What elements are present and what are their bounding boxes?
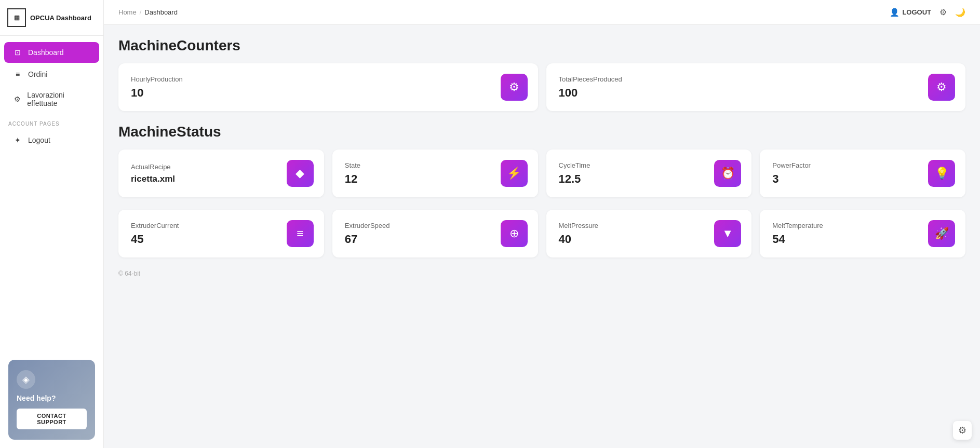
card-state: State 12 ⚡: [332, 150, 538, 197]
sidebar-logo-text: OPCUA Dashboard: [30, 14, 91, 22]
card-total-pieces: TotalPiecesProduced 100 ⚙: [546, 63, 966, 111]
breadcrumb-separator: /: [140, 8, 142, 16]
card-icon-melt-temperature: 🚀: [928, 220, 955, 247]
sidebar-item-lavorazioni[interactable]: ⚙ Lavorazioni effettuate: [4, 86, 99, 113]
card-label: MeltTemperature: [772, 222, 823, 229]
theme-toggle-icon[interactable]: 🌙: [955, 7, 965, 17]
breadcrumb-current: Dashboard: [144, 8, 178, 16]
machine-counters-grid: HourlyProduction 10 ⚙ TotalPiecesProduce…: [118, 63, 965, 111]
card-value: 10: [131, 86, 183, 100]
card-label: ActualRecipe: [131, 163, 175, 171]
card-icon-hourly: ⚙: [501, 74, 528, 101]
card-value: 12: [345, 172, 360, 186]
card-melt-pressure: MeltPressure 40 ▼: [546, 210, 752, 257]
card-extruder-speed: ExtruderSpeed 67 ⊕: [332, 210, 538, 257]
topbar: Home / Dashboard 👤 LOGOUT ⚙ 🌙: [104, 0, 980, 25]
card-label: State: [345, 161, 360, 169]
card-icon-recipe: ◆: [287, 160, 314, 187]
machine-counters-title: MachineCounters: [118, 37, 965, 54]
footer-copyright: © 64-bit: [118, 270, 965, 277]
settings-icon[interactable]: ⚙: [939, 7, 947, 17]
logout-label: LOGOUT: [902, 8, 931, 16]
card-label: ExtruderCurrent: [131, 222, 179, 229]
sidebar-item-label: Ordini: [28, 70, 47, 78]
sidebar-nav: ⊡ Dashboard ≡ Ordini ⚙ Lavorazioni effet…: [0, 36, 103, 351]
card-value: 12.5: [559, 172, 590, 186]
logo-icon: ⊞: [7, 8, 26, 27]
sidebar-logo: ⊞ OPCUA Dashboard: [0, 0, 103, 36]
help-box: ◈ Need help? CONTACT SUPPORT: [8, 360, 95, 440]
card-icon-power-factor: 💡: [928, 160, 955, 187]
account-section-label: ACCOUNT PAGES: [0, 114, 103, 129]
card-icon-cycle-time: ⏰: [714, 160, 741, 187]
sidebar-item-dashboard[interactable]: ⊡ Dashboard: [4, 42, 99, 63]
card-icon-extruder-speed: ⊕: [501, 220, 528, 247]
sidebar: ⊞ OPCUA Dashboard ⊡ Dashboard ≡ Ordini ⚙…: [0, 0, 104, 448]
card-icon-melt-pressure: ▼: [714, 220, 741, 247]
card-label: ExtruderSpeed: [345, 222, 390, 229]
sidebar-item-logout[interactable]: ✦ Logout: [4, 130, 99, 151]
card-melt-temperature: MeltTemperature 54 🚀: [760, 210, 965, 257]
card-hourly-production: HourlyProduction 10 ⚙: [118, 63, 538, 111]
help-icon: ◈: [17, 370, 35, 389]
card-label: HourlyProduction: [131, 75, 183, 83]
card-value: 54: [772, 233, 823, 246]
content-area: MachineCounters HourlyProduction 10 ⚙ To…: [104, 25, 980, 290]
logout-button[interactable]: 👤 LOGOUT: [890, 8, 931, 17]
card-value: 40: [559, 233, 599, 246]
ordini-icon: ≡: [12, 69, 23, 79]
card-value: ricetta.xml: [131, 174, 175, 184]
lavorazioni-icon: ⚙: [12, 94, 22, 104]
card-label: PowerFactor: [772, 161, 811, 169]
logo-symbol: ⊞: [14, 14, 20, 22]
main-content: Home / Dashboard 👤 LOGOUT ⚙ 🌙 MachineCou…: [104, 0, 980, 448]
card-icon-state: ⚡: [501, 160, 528, 187]
card-actual-recipe: ActualRecipe ricetta.xml ◆: [118, 150, 324, 197]
card-icon-total: ⚙: [928, 74, 955, 101]
sidebar-item-label: Logout: [28, 136, 50, 144]
sidebar-item-label: Lavorazioni effettuate: [27, 91, 91, 107]
card-value: 67: [345, 233, 390, 246]
machine-status-grid-row1: ActualRecipe ricetta.xml ◆ State 12 ⚡ Cy…: [118, 150, 965, 197]
user-icon: 👤: [890, 8, 900, 17]
sidebar-item-ordini[interactable]: ≡ Ordini: [4, 64, 99, 85]
card-label: CycleTime: [559, 161, 590, 169]
sidebar-item-label: Dashboard: [28, 48, 64, 57]
machine-status-grid-row2: ExtruderCurrent 45 ≡ ExtruderSpeed 67 ⊕ …: [118, 210, 965, 257]
bottom-settings-icon[interactable]: ⚙: [953, 421, 972, 440]
card-icon-extruder-current: ≡: [287, 220, 314, 247]
card-value: 100: [559, 86, 622, 100]
card-power-factor: PowerFactor 3 💡: [760, 150, 965, 197]
breadcrumb-home[interactable]: Home: [118, 8, 137, 16]
contact-support-button[interactable]: CONTACT SUPPORT: [17, 409, 87, 429]
card-label: TotalPiecesProduced: [559, 75, 622, 83]
card-extruder-current: ExtruderCurrent 45 ≡: [118, 210, 324, 257]
card-value: 3: [772, 172, 811, 186]
topbar-actions: 👤 LOGOUT ⚙ 🌙: [890, 7, 965, 17]
breadcrumb: Home / Dashboard: [118, 8, 178, 16]
help-title: Need help?: [17, 394, 87, 402]
machine-status-title: MachineStatus: [118, 124, 965, 140]
card-value: 45: [131, 233, 179, 246]
dashboard-icon: ⊡: [12, 47, 23, 58]
logout-nav-icon: ✦: [12, 135, 23, 145]
card-label: MeltPressure: [559, 222, 599, 229]
card-cycle-time: CycleTime 12.5 ⏰: [546, 150, 752, 197]
